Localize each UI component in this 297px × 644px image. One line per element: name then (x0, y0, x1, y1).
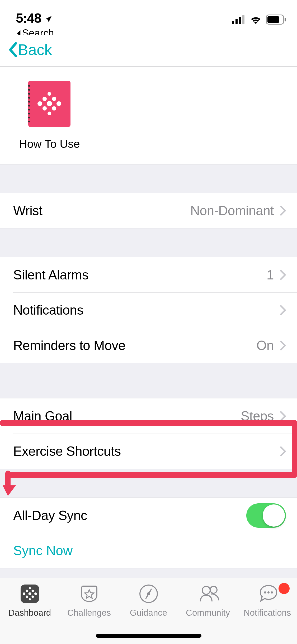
chevron-right-icon (280, 446, 286, 456)
tab-label: Challenges (67, 608, 111, 618)
chevron-right-icon (280, 305, 286, 315)
tile-empty-2 (198, 67, 297, 164)
svg-point-13 (34, 592, 37, 595)
status-time: 5:48 (16, 11, 41, 26)
row-label: Exercise Shortcuts (13, 444, 121, 459)
svg-rect-1 (235, 19, 238, 24)
svg-point-23 (267, 591, 270, 594)
tab-label: Notifications (244, 608, 291, 618)
row-silent-alarms[interactable]: Silent Alarms 1 (0, 257, 297, 292)
sync-now-label: Sync Now (13, 543, 73, 558)
row-value: Steps (241, 408, 274, 424)
tile-empty-1 (99, 67, 198, 164)
row-label: Main Goal (13, 408, 72, 424)
row-label: Reminders to Move (13, 338, 125, 353)
tab-notifications[interactable]: Notifications (238, 583, 297, 644)
row-all-day-sync[interactable]: All-Day Sync (0, 498, 297, 533)
tile-how-to-use[interactable]: How To Use (0, 67, 99, 164)
svg-rect-3 (242, 15, 244, 24)
tab-label: Guidance (130, 608, 167, 618)
wifi-icon (249, 15, 262, 24)
header-tiles: How To Use (0, 67, 297, 164)
tab-label: Dashboard (8, 608, 51, 618)
row-wrist[interactable]: Wrist Non-Dominant (0, 193, 297, 228)
row-exercise-shortcuts[interactable]: Exercise Shortcuts (0, 434, 297, 469)
location-icon (44, 15, 52, 23)
row-sync-now[interactable]: Sync Now (0, 533, 297, 568)
svg-point-24 (271, 591, 273, 594)
chevron-right-icon (280, 411, 286, 421)
cellular-icon (232, 15, 246, 24)
chevron-right-icon (280, 270, 286, 280)
tile-label: How To Use (19, 137, 80, 150)
row-value: Non-Dominant (190, 203, 274, 218)
svg-point-12 (28, 592, 31, 595)
back-label: Back (18, 41, 52, 58)
notification-badge (279, 583, 290, 594)
row-label: Wrist (13, 203, 42, 218)
svg-point-9 (26, 590, 28, 592)
tab-label: Community (186, 608, 230, 618)
row-label: Silent Alarms (13, 267, 88, 283)
svg-point-11 (23, 592, 25, 595)
home-indicator[interactable] (96, 634, 201, 638)
community-icon (198, 583, 218, 604)
status-bar: 5:48 Search (0, 0, 297, 35)
battery-icon (266, 15, 286, 25)
svg-point-20 (202, 586, 210, 594)
guidance-icon (138, 583, 159, 604)
svg-point-8 (29, 587, 31, 589)
svg-point-19 (148, 593, 150, 595)
notifications-icon (257, 583, 278, 604)
back-button[interactable]: Back (7, 41, 290, 58)
notebook-icon (28, 81, 70, 127)
chevron-right-icon (280, 341, 286, 351)
svg-point-14 (26, 596, 28, 598)
svg-rect-0 (232, 21, 234, 24)
nav-bar: Back (0, 35, 297, 67)
svg-rect-6 (285, 18, 286, 21)
svg-point-21 (210, 586, 217, 593)
row-value: 1 (267, 267, 274, 283)
row-main-goal[interactable]: Main Goal Steps (0, 398, 297, 434)
svg-point-16 (29, 598, 31, 600)
svg-rect-5 (267, 16, 279, 23)
row-label: Notifications (13, 302, 83, 318)
svg-point-15 (31, 596, 34, 598)
svg-point-22 (264, 591, 266, 594)
svg-point-10 (31, 590, 34, 592)
svg-rect-2 (239, 17, 241, 24)
toggle-all-day-sync[interactable] (246, 503, 286, 528)
chevron-right-icon (280, 206, 286, 216)
dashboard-icon (20, 583, 40, 604)
tab-dashboard[interactable]: Dashboard (0, 583, 59, 644)
row-value: On (256, 338, 274, 353)
row-notifications[interactable]: Notifications (0, 292, 297, 328)
chevron-left-icon (7, 42, 18, 58)
row-label: All-Day Sync (13, 508, 87, 523)
row-reminders-to-move[interactable]: Reminders to Move On (0, 328, 297, 363)
challenges-icon (79, 583, 100, 604)
